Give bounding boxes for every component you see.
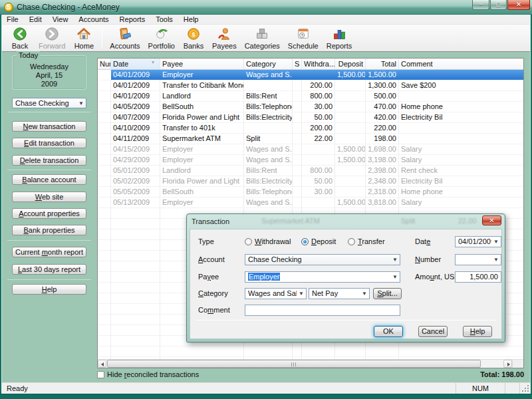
deposit-radio[interactable]: Deposit <box>301 236 348 247</box>
date-label: Date <box>415 236 430 247</box>
menu-edit[interactable]: Edit <box>24 15 47 25</box>
account-combo[interactable]: Chase Checking▼ <box>245 254 400 265</box>
table-row[interactable]: 04/07/2009 Florida Power and Light Bills… <box>98 112 523 123</box>
table-row[interactable]: 04/15/2009 Employer Wages and S... 1,500… <box>98 144 523 155</box>
header-date[interactable]: Date▾ <box>111 59 160 69</box>
header-category[interactable]: Category <box>244 59 293 69</box>
payee-combo[interactable]: Employer ▼ <box>245 271 400 283</box>
radio-circle-icon <box>348 238 355 245</box>
subcategory-combo[interactable]: Net Pay▼ <box>309 288 370 299</box>
help-button[interactable]: Help <box>12 284 86 295</box>
status-blank-pane <box>505 383 520 394</box>
account-select[interactable]: Chase Checking ▼ <box>12 98 86 108</box>
scrollbar-thumb[interactable] <box>107 360 481 368</box>
accounts-button[interactable]: Accounts <box>106 25 144 51</box>
banks-button[interactable]: $ Banks <box>179 25 208 51</box>
edit-transaction-button[interactable]: Edit transaction <box>12 138 86 148</box>
status-ready: Ready <box>1 383 456 394</box>
categories-button[interactable]: Categories <box>241 25 284 51</box>
category-combo[interactable]: Wages and Salary▼ <box>245 288 307 299</box>
menu-tools[interactable]: Tools <box>150 15 178 25</box>
new-transaction-button[interactable]: New transaction <box>12 121 86 132</box>
delete-transaction-button[interactable]: Delete transaction <box>12 155 86 166</box>
header-status[interactable]: S <box>293 59 302 69</box>
menu-view[interactable]: View <box>47 15 74 25</box>
glass-ghost-text: 22.00 <box>458 217 477 225</box>
withdrawal-radio[interactable]: Withdrawal <box>245 236 301 247</box>
sort-icon: ▾ <box>152 59 154 68</box>
radio-circle-icon <box>301 238 309 245</box>
window-title: Chase Checking - AceMoney <box>17 3 120 12</box>
account-properties-button[interactable]: Account properties <box>12 208 86 219</box>
dialog-close-button[interactable]: ✕ <box>482 215 501 225</box>
amount-field[interactable]: 1,500.00 <box>455 271 501 283</box>
portfolio-button[interactable]: Portfolio <box>144 25 179 51</box>
back-icon <box>13 27 27 41</box>
reports-icon <box>332 27 346 41</box>
menu-reports[interactable]: Reports <box>114 15 151 25</box>
table-row[interactable]: 04/01/2009 Landlord Bills:Rent 800.00 50… <box>98 91 523 102</box>
table-row[interactable]: 05/13/2009 Employer Wages and S... 1,500… <box>98 198 523 208</box>
back-button[interactable]: Back <box>5 25 35 51</box>
toolbar-label: Banks <box>184 42 204 50</box>
table-row[interactable]: 04/01/2009 Transfer to Citibank Mone... … <box>98 80 523 91</box>
forward-icon <box>45 27 59 41</box>
number-combo[interactable]: ▼ <box>455 254 501 265</box>
table-row[interactable]: 05/05/2009 BellSouth Bills:Telephone 30.… <box>98 187 523 198</box>
hide-reconciled-label[interactable]: Hide reconciled transactions <box>107 370 199 378</box>
schedule-button[interactable]: Schedule <box>284 25 323 51</box>
payees-button[interactable]: Payees <box>208 25 241 51</box>
bank-properties-button[interactable]: Bank properties <box>12 225 86 235</box>
header-withdrawal[interactable]: Withdra... <box>302 59 335 69</box>
web-site-button[interactable]: Web site <box>12 192 86 202</box>
amount-label: Amount, USD <box>415 271 460 283</box>
comment-field[interactable] <box>245 305 400 316</box>
minimize-button[interactable]: – <box>472 0 489 10</box>
last-30-days-report-button[interactable]: Last 30 days report <box>12 264 86 275</box>
today-weekday: Wednesday <box>13 63 86 71</box>
dialog-help-button[interactable]: Help <box>463 326 492 337</box>
header-total[interactable]: Total <box>366 59 399 69</box>
table-row[interactable]: 04/05/2009 BellSouth Bills:Telephone 30.… <box>98 102 523 112</box>
menu-help[interactable]: Help <box>178 15 204 25</box>
today-box-title: Today <box>17 51 40 59</box>
transfer-radio[interactable]: Transfer <box>348 236 385 247</box>
home-button[interactable]: Home <box>69 25 98 51</box>
current-month-report-button[interactable]: Current month report <box>12 247 86 257</box>
header-num[interactable]: Num <box>98 59 111 69</box>
table-row[interactable]: 04/01/2009 Employer Wages and S... 1,500… <box>98 70 523 80</box>
toolbar-label: Schedule <box>288 42 319 50</box>
close-button[interactable]: ✕ <box>507 0 530 10</box>
menu-file[interactable]: File <box>1 15 24 25</box>
comment-label: Comment <box>198 305 230 316</box>
type-label: Type <box>198 236 214 247</box>
header-comment[interactable]: Comment <box>399 59 523 69</box>
forward-button[interactable]: Forward <box>35 25 69 51</box>
dialog-body: Type Withdrawal Deposit Transfer Date 04… <box>190 229 502 339</box>
header-deposit[interactable]: Deposit <box>335 59 366 69</box>
toolbar-label: Portfolio <box>148 42 175 50</box>
table-row[interactable]: 05/02/2009 Florida Power and Light Bills… <box>98 176 523 187</box>
header-payee[interactable]: Payee <box>160 59 244 69</box>
scroll-right-button[interactable] <box>503 360 512 368</box>
ok-button[interactable]: OK <box>374 326 403 337</box>
maximize-button[interactable]: ▢ <box>490 0 507 10</box>
scrollbar-track[interactable] <box>106 360 503 368</box>
table-body: 04/01/2009 Employer Wages and S... 1,500… <box>98 70 523 208</box>
sidebar-separator <box>7 279 91 280</box>
resize-grip-icon[interactable] <box>520 383 531 394</box>
dialog-title: Transaction <box>192 217 229 225</box>
balance-account-button[interactable]: Balance account <box>12 174 86 185</box>
table-row[interactable]: 04/29/2009 Employer Wages and S... 1,500… <box>98 155 523 166</box>
table-footer: Hide reconciled transactions Total: 198.… <box>97 370 524 379</box>
reports-button[interactable]: Reports <box>323 25 356 51</box>
split-button[interactable]: Split... <box>373 288 402 299</box>
hide-reconciled-checkbox[interactable] <box>97 371 104 378</box>
table-row[interactable]: 04/11/2009 Supermarket ATM Split 22.00 1… <box>98 134 523 144</box>
date-combo[interactable]: 04/01/2009▼ <box>455 236 501 247</box>
scroll-left-button[interactable] <box>98 360 106 368</box>
cancel-button[interactable]: Cancel <box>418 326 448 337</box>
table-row[interactable]: 05/01/2009 Landlord Bills:Rent 800.00 2,… <box>98 166 523 176</box>
menu-accounts[interactable]: Accounts <box>73 15 114 25</box>
table-row[interactable]: 04/10/2009 Transfer to 401k 200.00 220.0… <box>98 123 523 134</box>
